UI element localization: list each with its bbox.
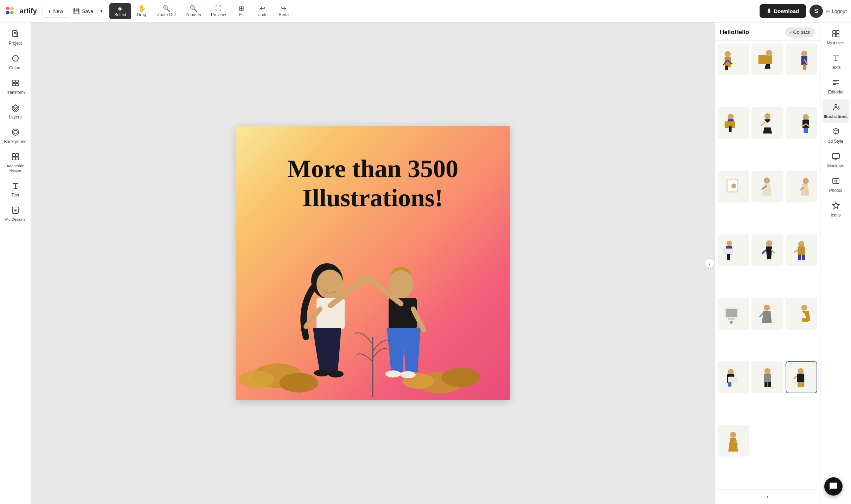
svg-point-3 [10, 11, 14, 14]
svg-rect-84 [798, 255, 801, 260]
svg-rect-9 [16, 80, 18, 83]
svg-line-62 [761, 122, 765, 126]
svg-rect-78 [727, 254, 730, 260]
illustration-item[interactable] [718, 234, 749, 266]
svg-point-25 [239, 370, 274, 388]
svg-point-35 [314, 369, 329, 376]
preview-button[interactable]: ⛶ Preview [206, 3, 231, 19]
svg-point-43 [400, 371, 416, 378]
zoom-out-button[interactable]: 🔍 Zoom Out [152, 3, 181, 19]
select-tool-button[interactable]: ◈ Select [109, 3, 131, 19]
sidebar-item-my-designs[interactable]: My Designs [2, 202, 29, 225]
save-button[interactable]: 💾 Save [68, 5, 98, 17]
far-sidebar-item-icons[interactable]: Icons [823, 198, 849, 221]
3d-style-icon [832, 128, 840, 137]
sidebar-item-text[interactable]: Text [2, 178, 29, 201]
illustration-item[interactable] [718, 361, 749, 393]
svg-rect-94 [802, 318, 809, 322]
svg-point-79 [766, 240, 772, 246]
svg-point-95 [728, 369, 734, 375]
sidebar-item-colors[interactable]: Colors [2, 51, 29, 74]
my-assets-icon [832, 30, 840, 39]
svg-point-70 [731, 183, 736, 188]
illustration-item[interactable] [751, 234, 783, 266]
canvas-area[interactable]: More than 3500 Illustrations! [31, 22, 715, 504]
new-button[interactable]: + New [43, 5, 68, 18]
canvas[interactable]: More than 3500 Illustrations! [236, 126, 510, 400]
panel-scroll-down[interactable]: › [715, 489, 820, 504]
illustration-item[interactable] [786, 234, 817, 266]
illustration-item[interactable] [751, 171, 783, 202]
svg-point-52 [766, 50, 772, 56]
far-sidebar-item-photos[interactable]: Photos [823, 173, 849, 196]
go-back-icon: ‹ [790, 30, 792, 35]
redo-icon: ↪ [281, 5, 286, 12]
layers-icon [11, 103, 20, 113]
illustration-grid [715, 41, 820, 489]
chat-icon [829, 482, 838, 491]
far-sidebar-item-my-assets[interactable]: My Assets [823, 26, 849, 49]
illustration-item[interactable] [786, 44, 817, 75]
illustration-item[interactable] [718, 425, 749, 457]
sidebar-item-adaptable-resize[interactable]: Adaptable Resize [2, 149, 29, 176]
far-sidebar-item-mockups[interactable]: Mockups [823, 149, 849, 172]
save-icon: 💾 [73, 8, 80, 14]
far-sidebar-item-illustrations[interactable]: Illustrations [823, 99, 849, 123]
svg-rect-11 [16, 83, 18, 86]
expand-panel-arrow[interactable]: › [705, 258, 715, 268]
logout-button[interactable]: ⎋ Logout [826, 8, 847, 14]
svg-rect-67 [804, 128, 808, 133]
svg-point-103 [798, 368, 804, 374]
drag-tool-button[interactable]: ✋ Drag [131, 3, 152, 19]
svg-rect-104 [797, 374, 805, 382]
illustration-item[interactable] [751, 107, 783, 139]
illustration-item[interactable] [751, 361, 783, 393]
zoom-in-button[interactable]: 🔍 Zoom In [181, 3, 206, 19]
chat-bubble[interactable] [824, 477, 843, 496]
svg-rect-51 [759, 55, 772, 64]
svg-point-12 [12, 129, 19, 135]
illustration-item[interactable] [718, 298, 749, 329]
undo-button[interactable]: ↩ Undo [252, 3, 273, 19]
svg-point-61 [764, 113, 770, 119]
zoom-out-icon: 🔍 [162, 5, 170, 12]
redo-button[interactable]: ↪ Redo [273, 3, 294, 19]
far-sidebar-item-texts[interactable]: Texts [823, 50, 849, 73]
adaptable-resize-icon [11, 153, 20, 162]
sidebar-item-project[interactable]: Project [2, 26, 29, 49]
icons-icon [832, 201, 840, 211]
svg-rect-60 [729, 126, 731, 132]
fit-button[interactable]: ⊞ Fit [231, 3, 252, 19]
illustration-item[interactable] [718, 107, 749, 139]
svg-point-91 [764, 305, 770, 311]
illustration-item[interactable] [786, 361, 817, 393]
user-avatar[interactable]: S [810, 5, 823, 18]
illustration-item[interactable] [718, 44, 749, 75]
svg-point-2 [6, 11, 9, 14]
sidebar-item-layers[interactable]: Layers [2, 100, 29, 123]
background-icon [11, 128, 20, 138]
text-icon [11, 181, 20, 191]
illustration-item[interactable] [751, 44, 783, 75]
download-button[interactable]: ⬇ Download [760, 4, 806, 18]
illustration-item[interactable] [786, 171, 817, 202]
logo[interactable]: artify [4, 5, 37, 18]
svg-line-86 [794, 250, 798, 253]
svg-point-99 [764, 368, 770, 374]
save-dropdown-button[interactable]: ▾ [98, 6, 105, 17]
go-back-button[interactable]: ‹ Go back [785, 27, 815, 37]
far-sidebar-item-3d-style[interactable]: 3d Style [823, 124, 849, 147]
illustration-item[interactable] [751, 298, 783, 329]
sidebar-item-transform[interactable]: Transform [2, 75, 29, 98]
illustration-item[interactable] [718, 171, 749, 202]
illustration-item[interactable] [786, 298, 817, 329]
far-sidebar-item-editorial[interactable]: Editorial [823, 75, 849, 98]
zoom-in-icon: 🔍 [190, 5, 197, 12]
photos-icon [832, 177, 840, 187]
project-icon [11, 30, 20, 39]
far-right-sidebar: My Assets Texts Editorial [820, 22, 851, 504]
divider-1 [107, 5, 107, 18]
illustration-item[interactable] [786, 107, 817, 139]
download-icon: ⬇ [767, 8, 771, 14]
sidebar-item-background[interactable]: Background [2, 124, 29, 148]
